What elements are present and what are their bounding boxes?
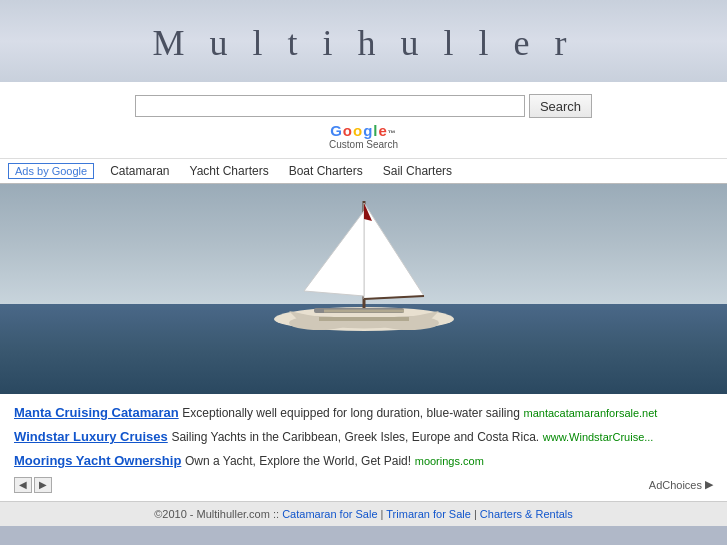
hero-boat (234, 184, 494, 339)
ad-desc-3b: Own a Yacht, Explore the World, Get Paid… (185, 454, 411, 468)
hero-image (0, 184, 727, 394)
ad-choices-label: AdChoices (649, 479, 702, 491)
prev-arrow-button[interactable]: ◀ (14, 477, 32, 493)
ad-title-2[interactable]: Windstar Luxury Cruises (14, 429, 168, 444)
search-form: Search (135, 94, 592, 118)
ad-desc-2b: Sailing Yachts in the Caribbean, Greek I… (171, 430, 539, 444)
g-trademark: ™ (388, 129, 397, 138)
ad-row-1: Manta Cruising Catamaran Exceptionally w… (14, 404, 713, 422)
footer-link-charters[interactable]: Charters & Rentals (480, 508, 573, 520)
g-blue: G (330, 122, 343, 139)
search-area: Search Google™ Custom Search (0, 82, 727, 158)
ad-url-3[interactable]: moorings.com (415, 455, 484, 467)
custom-search-label: Custom Search (0, 139, 727, 150)
next-arrow-button[interactable]: ▶ (34, 477, 52, 493)
ad-controls: ◀ ▶ AdChoices ▶ (14, 477, 713, 493)
ads-by-google-button[interactable]: Ads by Google (8, 163, 94, 179)
nav-sail-charters[interactable]: Sail Charters (373, 162, 462, 180)
ad-title-1[interactable]: Manta Cruising Catamaran (14, 405, 179, 420)
ad-row-2: Windstar Luxury Cruises Sailing Yachts i… (14, 428, 713, 446)
ad-url-1[interactable]: mantacatamaranforsale.net (524, 407, 658, 419)
footer-link-trimaran[interactable]: Trimaran for Sale (386, 508, 471, 520)
nav-yacht-charters[interactable]: Yacht Charters (180, 162, 279, 180)
content-area: Manta Cruising Catamaran Exceptionally w… (0, 394, 727, 501)
nav-catamaran[interactable]: Catamaran (100, 162, 179, 180)
g-blue2: g (363, 122, 373, 139)
nav-boat-charters[interactable]: Boat Charters (279, 162, 373, 180)
google-logo: Google™ (330, 122, 397, 139)
search-input[interactable] (135, 95, 525, 117)
footer-link-catamaran[interactable]: Catamaran for Sale (282, 508, 377, 520)
ad-row-3: Moorings Yacht Ownership Own a Yacht, Ex… (14, 452, 713, 470)
footer: ©2010 - Multihuller.com :: Catamaran for… (0, 501, 727, 526)
g-red: o (343, 122, 353, 139)
nav-bar: Ads by Google Catamaran Yacht Charters B… (0, 158, 727, 184)
ad-title-3[interactable]: Moorings Yacht Ownership (14, 453, 181, 468)
ad-choices-icon: ▶ (705, 478, 713, 491)
footer-copyright: ©2010 - Multihuller.com :: (154, 508, 279, 520)
google-branding: Google™ Custom Search (0, 122, 727, 150)
g-yellow: o (353, 122, 363, 139)
nav-arrows: ◀ ▶ (14, 477, 52, 493)
site-title: M u l t i h u l l e r (0, 22, 727, 64)
ad-url-2[interactable]: www.WindstarCruise... (543, 431, 654, 443)
ad-desc-1b: Exceptionally well equipped for long dur… (182, 406, 520, 420)
search-button[interactable]: Search (529, 94, 592, 118)
g-red2: e (379, 122, 388, 139)
header: M u l t i h u l l e r (0, 0, 727, 82)
ad-choices[interactable]: AdChoices ▶ (649, 478, 713, 491)
